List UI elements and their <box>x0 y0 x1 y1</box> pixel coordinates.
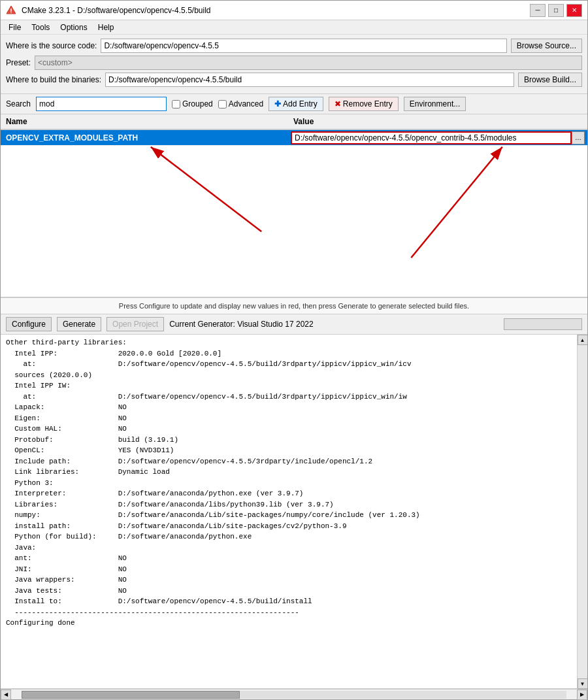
main-window: CMake 3.23.1 - D:/software/opencv/opencv… <box>0 0 588 700</box>
advanced-checkbox[interactable] <box>218 100 227 108</box>
scroll-bar-track[interactable] <box>22 691 566 699</box>
output-line: JNI: NO <box>6 564 572 575</box>
source-input[interactable] <box>101 39 506 53</box>
table-header: Name Value <box>1 114 587 130</box>
preset-row: Preset: <box>6 56 582 70</box>
title-text: CMake 3.23.1 - D:/software/opencv/opencv… <box>22 6 211 15</box>
search-input[interactable] <box>36 97 167 111</box>
advanced-checkbox-label[interactable]: Advanced <box>218 99 263 108</box>
build-label: Where to build the binaries: <box>6 75 101 84</box>
configure-button[interactable]: Configure <box>6 317 52 331</box>
remove-entry-button[interactable]: ✖ Remove Entry <box>329 97 399 111</box>
add-entry-button[interactable]: ✚ Add Entry <box>269 97 323 111</box>
col-name-header: Name <box>6 117 293 126</box>
output-line: numpy: D:/software/anaconda/Lib/site-pac… <box>6 510 572 521</box>
plus-icon: ✚ <box>274 99 281 108</box>
grouped-checkbox-label[interactable]: Grouped <box>172 99 213 108</box>
output-line: ----------------------------------------… <box>6 607 572 618</box>
source-label: Where is the source code: <box>6 41 97 50</box>
open-project-button[interactable]: Open Project <box>106 317 164 331</box>
output-line: Custom HAL: NO <box>6 424 572 435</box>
table-area: Name Value OPENCV_EXTRA_MODULES_PATH … <box>1 114 587 297</box>
output-line: ant: NO <box>6 553 572 564</box>
close-button[interactable]: ✕ <box>566 4 582 17</box>
status-message: Press Configure to update and display ne… <box>119 302 469 310</box>
current-generator: Current Generator: Visual Studio 17 2022 <box>169 320 314 329</box>
menu-bar: File Tools Options Help <box>1 20 587 35</box>
maximize-button[interactable]: □ <box>548 4 564 17</box>
browse-source-button[interactable]: Browse Source... <box>511 39 582 53</box>
row-name: OPENCV_EXTRA_MODULES_PATH <box>1 133 288 142</box>
preset-label: Preset: <box>6 58 31 67</box>
output-line: OpenCL: YES (NVD3D11) <box>6 445 572 456</box>
source-row: Where is the source code: Browse Source.… <box>6 39 582 53</box>
minimize-button[interactable]: ─ <box>530 4 546 17</box>
browse-build-button[interactable]: Browse Build... <box>518 73 582 87</box>
app-icon <box>6 5 16 16</box>
vertical-scrollbar[interactable]: ▲ ▼ <box>577 335 587 689</box>
output-line: Other third-party libraries: <box>6 337 572 348</box>
output-line: install path: D:/software/anaconda/Lib/s… <box>6 521 572 532</box>
grouped-label: Grouped <box>182 99 213 108</box>
scroll-up-button[interactable]: ▲ <box>578 335 588 345</box>
x-icon: ✖ <box>335 99 341 108</box>
output-line: at: D:/software/opencv/opencv-4.5.5/buil… <box>6 392 572 403</box>
scroll-track[interactable] <box>578 345 588 678</box>
svg-point-2 <box>10 12 12 13</box>
status-bar: Press Configure to update and display ne… <box>1 297 587 314</box>
output-line: Python (for build): D:/software/anaconda… <box>6 531 572 542</box>
output-panel: Other third-party libraries: Intel IPP: … <box>1 335 587 689</box>
table-row[interactable]: OPENCV_EXTRA_MODULES_PATH … <box>1 130 587 146</box>
action-bar: Configure Generate Open Project Current … <box>1 314 587 335</box>
search-label: Search <box>6 99 31 108</box>
build-row: Where to build the binaries: Browse Buil… <box>6 73 582 87</box>
scroll-bar-thumb[interactable] <box>22 691 240 699</box>
output-line: Libraries: D:/software/anaconda/libs/pyt… <box>6 499 572 510</box>
value-browse-button[interactable]: … <box>572 131 585 144</box>
output-line: Java tests: NO <box>6 586 572 597</box>
search-row: Search Grouped Advanced ✚ Add Entry ✖ Re… <box>1 94 587 114</box>
output-line: Include path: D:/software/opencv/opencv-… <box>6 456 572 467</box>
menu-options[interactable]: Options <box>55 22 92 33</box>
output-line: Intel IPP: 2020.0.0 Gold [2020.0.0] <box>6 348 572 359</box>
horizontal-scrollbar: ◀ ▶ <box>1 689 587 699</box>
scroll-down-button[interactable]: ▼ <box>578 678 588 689</box>
output-line: Python 3: <box>6 478 572 489</box>
output-line: Eigen: NO <box>6 413 572 424</box>
output-line: Java: <box>6 542 572 554</box>
menu-file[interactable]: File <box>3 22 26 33</box>
grouped-checkbox[interactable] <box>172 100 180 108</box>
output-line: Interpreter: D:/software/anaconda/python… <box>6 488 572 499</box>
table-body: OPENCV_EXTRA_MODULES_PATH … <box>1 130 587 297</box>
output-area[interactable]: Other third-party libraries: Intel IPP: … <box>1 335 577 689</box>
title-bar: CMake 3.23.1 - D:/software/opencv/opencv… <box>1 1 587 20</box>
output-line: at: D:/software/opencv/opencv-4.5.5/buil… <box>6 359 572 370</box>
form-area: Where is the source code: Browse Source.… <box>1 35 587 94</box>
menu-tools[interactable]: Tools <box>26 22 55 33</box>
output-line: Link libraries: Dynamic load <box>6 467 572 478</box>
col-value-header: Value <box>293 117 582 126</box>
build-input[interactable] <box>105 73 514 87</box>
output-line: Protobuf: build (3.19.1) <box>6 435 572 446</box>
advanced-label: Advanced <box>229 99 263 108</box>
generate-button[interactable]: Generate <box>57 317 101 331</box>
preset-input <box>35 56 582 70</box>
value-input[interactable] <box>291 131 572 144</box>
scroll-right-button[interactable]: ▶ <box>577 690 587 700</box>
menu-help[interactable]: Help <box>93 22 120 33</box>
row-value: … <box>288 131 587 144</box>
output-line: sources (2020.0.0) <box>6 370 572 381</box>
output-line: Lapack: NO <box>6 402 572 413</box>
output-line: Configuring done <box>6 618 572 629</box>
output-line: Install to: D:/software/opencv/opencv-4.… <box>6 596 572 607</box>
output-line: Java wrappers: NO <box>6 575 572 586</box>
output-line: Intel IPP IW: <box>6 380 572 392</box>
scroll-left-button[interactable]: ◀ <box>1 690 11 700</box>
environment-button[interactable]: Environment... <box>404 97 466 111</box>
generator-field <box>504 318 582 330</box>
